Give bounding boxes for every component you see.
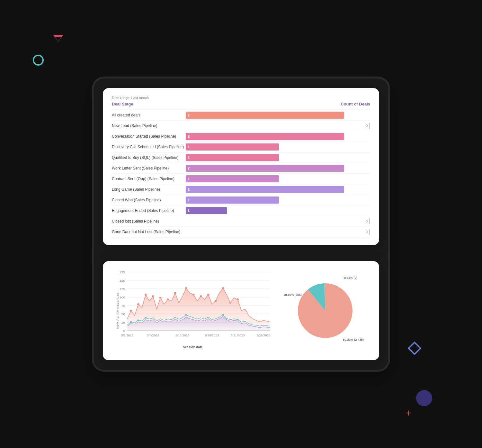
bar-zero: 0 — [366, 229, 370, 235]
svg-text:175: 175 — [120, 270, 125, 274]
row-label: Long Game (Sales Pipeline) — [112, 187, 186, 192]
bar-container: 2 — [186, 133, 370, 140]
table-row: Discovery Call Scheduled (Sales Pipeline… — [112, 142, 370, 152]
svg-text:5/21/2023: 5/21/2023 — [231, 334, 245, 337]
col-count-of-deals: Count of Deals — [341, 102, 370, 106]
bar-container: 0 — [186, 122, 370, 129]
line-chart-area: NEW VISITOR MESSAGES 0 25 50 75 — [112, 269, 274, 352]
svg-point-26 — [200, 295, 202, 297]
pie-annotations: 0.33% (9) 10.46% (286) 89.21% (2,438) — [283, 275, 367, 346]
bar-container: 3 — [186, 207, 370, 214]
charts-card: NEW VISITOR MESSAGES 0 25 50 75 — [103, 261, 379, 360]
svg-text:5/1/2023: 5/1/2023 — [121, 334, 133, 337]
table-row: Qualified to Buy (SQL) (Sales Pipeline)1 — [112, 152, 370, 163]
charts-row: NEW VISITOR MESSAGES 0 25 50 75 — [112, 269, 370, 352]
svg-point-20 — [152, 295, 154, 297]
table-row: Closed Won (Sales Pipeline)1 — [112, 195, 370, 206]
svg-text:25: 25 — [121, 321, 125, 324]
svg-point-38 — [237, 319, 239, 320]
x-axis-label: Session date — [112, 345, 274, 349]
svg-point-33 — [130, 321, 132, 323]
bar-fill: 2 — [186, 112, 344, 119]
table-row: Conversation Started (Sales Pipeline)2 — [112, 131, 370, 142]
bar-container: 1 — [186, 197, 370, 204]
table-header: Deal Stage Count of Deals — [112, 100, 370, 109]
svg-point-30 — [229, 302, 231, 304]
svg-point-36 — [185, 314, 187, 315]
svg-point-31 — [237, 298, 239, 300]
row-label: Engagement Ended (Sales Pipeline) — [112, 208, 186, 213]
plus-icon: + — [405, 407, 411, 419]
bar-container: 0 — [186, 228, 370, 235]
row-label: All created deals — [112, 113, 186, 117]
bar-container: 0 — [186, 218, 370, 225]
date-range-label: Date range: Last month — [112, 96, 370, 100]
bar-container: 2 — [186, 165, 370, 172]
svg-text:50: 50 — [121, 312, 125, 315]
svg-point-24 — [185, 287, 187, 289]
row-label: Closed Won (Sales Pipeline) — [112, 198, 186, 202]
svg-point-37 — [222, 314, 224, 315]
bar-container: 2 — [186, 112, 370, 119]
bar-container: 2 — [186, 186, 370, 193]
row-label: Qualified to Buy (SQL) (Sales Pipeline) — [112, 155, 186, 160]
bar-fill: 2 — [186, 165, 344, 172]
svg-text:150: 150 — [120, 279, 125, 282]
svg-text:125: 125 — [120, 287, 125, 290]
svg-point-27 — [207, 294, 210, 296]
bar-rows-container: All created deals2New Lead (Sales Pipeli… — [112, 110, 370, 237]
bar-chart-card: Date range: Last month Deal Stage Count … — [103, 88, 379, 245]
svg-point-28 — [215, 300, 217, 302]
table-row: Work Letter Sent (Sales Pipeline)2 — [112, 163, 370, 174]
svg-point-19 — [145, 294, 147, 296]
bar-container: 1 — [186, 175, 370, 182]
svg-text:5/26/2023: 5/26/2023 — [256, 334, 270, 337]
svg-point-35 — [145, 317, 147, 318]
bar-zero: 0 — [366, 123, 370, 129]
svg-point-17 — [130, 310, 132, 312]
table-row: All created deals2 — [112, 110, 370, 121]
bar-fill: 2 — [186, 186, 344, 193]
table-row: Contract Sent (Opp) (Sales Pipeline)1 — [112, 174, 370, 184]
svg-text:5/11/2023: 5/11/2023 — [175, 334, 189, 337]
row-label: Closed lost (Sales Pipeline) — [112, 219, 186, 224]
triangle-icon — [53, 35, 63, 42]
bar-container: 1 — [186, 143, 370, 151]
diamond-icon — [408, 342, 421, 355]
svg-point-23 — [174, 292, 176, 294]
pie-chart-svg — [293, 279, 357, 343]
y-axis-label: NEW VISITOR MESSAGES — [116, 292, 119, 328]
row-label: New Lead (Sales Pipeline) — [112, 123, 186, 128]
circle-outline-icon — [33, 55, 44, 66]
circle-filled-icon — [416, 390, 432, 406]
svg-point-25 — [192, 294, 195, 296]
svg-text:0: 0 — [123, 329, 125, 332]
line-chart-svg: 0 25 50 75 100 125 150 175 — [112, 269, 274, 343]
table-row: Gone Dark but Not Lost (Sales Pipeline)0 — [112, 227, 370, 237]
svg-point-21 — [159, 297, 162, 299]
table-row: New Lead (Sales Pipeline)0 — [112, 121, 370, 131]
row-label: Gone Dark but Not Lost (Sales Pipeline) — [112, 230, 186, 234]
svg-point-22 — [167, 298, 169, 300]
row-label: Work Letter Sent (Sales Pipeline) — [112, 166, 186, 170]
bar-fill: 1 — [186, 197, 279, 204]
row-label: Discovery Call Scheduled (Sales Pipeline… — [112, 145, 186, 149]
row-label: Contract Sent (Opp) (Sales Pipeline) — [112, 177, 186, 181]
table-row: Closed lost (Sales Pipeline)0 — [112, 216, 370, 227]
device-frame: Date range: Last month Deal Stage Count … — [94, 78, 388, 370]
bar-fill: 1 — [186, 154, 279, 161]
bar-fill: 3 — [186, 207, 227, 214]
bar-zero: 0 — [366, 218, 370, 224]
svg-point-29 — [222, 287, 224, 289]
svg-text:75: 75 — [121, 304, 125, 307]
svg-text:100: 100 — [120, 296, 125, 299]
bar-fill: 1 — [186, 175, 279, 182]
bar-container: 1 — [186, 154, 370, 161]
table-row: Engagement Ended (Sales Pipeline)3 — [112, 206, 370, 216]
row-label: Conversation Started (Sales Pipeline) — [112, 134, 186, 139]
bar-fill: 1 — [186, 143, 279, 151]
bar-fill: 2 — [186, 133, 344, 140]
svg-point-18 — [137, 303, 139, 305]
svg-text:5/6/2023: 5/6/2023 — [147, 334, 159, 337]
svg-text:5/16/2023: 5/16/2023 — [205, 334, 219, 337]
